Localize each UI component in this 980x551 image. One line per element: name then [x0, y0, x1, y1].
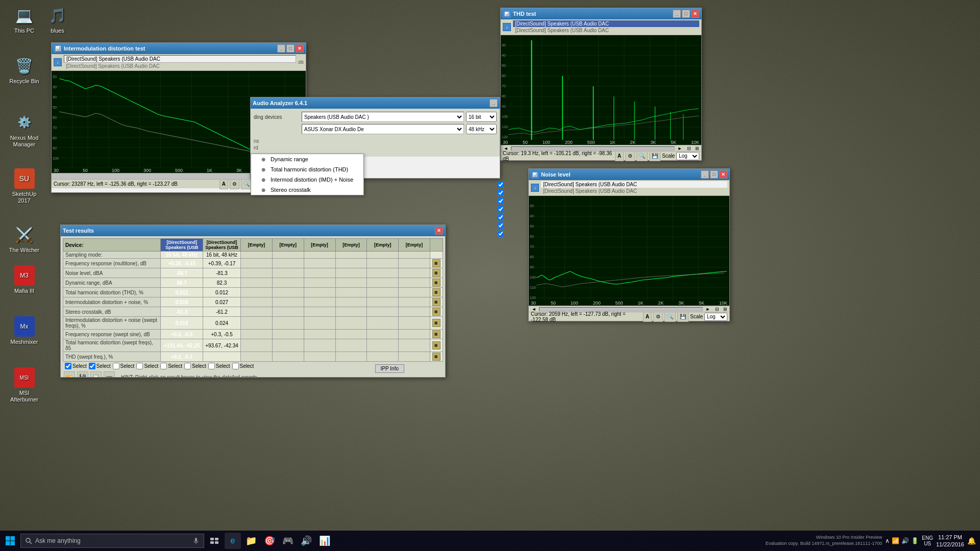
thd-text-btn[interactable]: A	[615, 151, 624, 161]
cb-6[interactable]	[498, 222, 504, 229]
results-save-btn[interactable]: 💾	[77, 371, 88, 377]
intermod-maximize-btn[interactable]: □	[286, 44, 295, 53]
thd-zoom-in[interactable]: ⊞	[693, 146, 701, 151]
select-cb-3[interactable]	[113, 363, 119, 369]
start-button[interactable]	[0, 531, 20, 551]
row-graph-8[interactable]: ▦	[430, 330, 443, 339]
noise-save-btn[interactable]: 💾	[677, 312, 689, 322]
select-cb-1[interactable]	[65, 363, 71, 369]
tray-volume-icon[interactable]: 🔊	[901, 537, 909, 544]
graph-btn-8[interactable]: ▦	[432, 330, 440, 338]
noise-titlebar[interactable]: 📊 Noise level _ □ ✕	[529, 169, 729, 180]
desktop-icon-meshmixer[interactable]: Mx Meshmixer	[5, 316, 43, 345]
graph-btn-3[interactable]: ▦	[432, 279, 440, 287]
cb-1[interactable]	[498, 182, 504, 188]
thd-maximize-btn[interactable]: □	[682, 10, 690, 18]
graph-btn-4[interactable]: ▦	[432, 288, 440, 296]
analyzer-khz-select[interactable]: 48 kHz	[466, 124, 497, 134]
tray-battery-icon[interactable]: 🔋	[911, 537, 919, 544]
select-cb-5[interactable]	[160, 363, 167, 369]
menu-item-crosstalk[interactable]: ⊕ Stereo crosstalk	[251, 185, 363, 195]
row-graph-5[interactable]: ▦	[430, 297, 443, 307]
desktop-icon-this-pc[interactable]: 💻 This PC	[5, 5, 43, 34]
noise-zoom-reset[interactable]: ⊟	[713, 307, 721, 312]
tray-up-arrow-icon[interactable]: ∧	[885, 537, 890, 544]
graph-btn-6[interactable]: ▦	[432, 308, 440, 316]
thd-settings-btn[interactable]: ⚙	[625, 151, 635, 161]
menu-item-imd[interactable]: ⊕ Intermod distortion (IMD) + Noise	[251, 174, 363, 185]
desktop-icon-nexus-mod[interactable]: ⚙️ Nexus Mod Manager	[5, 112, 43, 148]
taskbar-app5-btn[interactable]: 🔊	[298, 533, 314, 549]
intermod-settings-btn[interactable]: ⚙	[230, 179, 239, 189]
test-results-close-btn[interactable]: ✕	[435, 227, 443, 235]
desktop-icon-msi[interactable]: MSI MSI Afterburner	[5, 367, 43, 403]
desktop-icon-witcher[interactable]: ⚔️ The Witcher	[5, 224, 43, 254]
cb-2[interactable]	[498, 190, 504, 196]
select-cb-6[interactable]	[184, 363, 191, 369]
thd-scroll-right[interactable]: ►	[675, 146, 685, 151]
desktop-icon-blues[interactable]: 🎵 blues	[38, 5, 77, 34]
thd-minimize-btn[interactable]: _	[673, 10, 681, 18]
row-graph-6[interactable]: ▦	[430, 307, 443, 317]
thd-scrollbar-track[interactable]	[511, 146, 675, 151]
select-cb-2[interactable]	[89, 363, 95, 369]
search-box[interactable]: Ask me anything	[20, 534, 204, 548]
noise-text-btn[interactable]: A	[643, 312, 652, 322]
thd-search-btn[interactable]: 🔍	[636, 151, 648, 161]
desktop-icon-recycle-bin[interactable]: 🗑️ Recycle Bin	[5, 56, 43, 85]
thd-save-btn[interactable]: 💾	[649, 151, 660, 161]
taskbar-app3-btn[interactable]: 🎯	[261, 533, 278, 549]
analyzer-minimize-btn[interactable]: _	[489, 99, 498, 107]
thd-scale-select[interactable]: Log	[676, 152, 699, 160]
intermod-device1[interactable]: [DirectSound] Speakers (USB Audio DAC	[64, 55, 296, 63]
intermod-minimize-btn[interactable]: _	[277, 44, 285, 53]
noise-device1[interactable]: [DirectSound] Speakers (USB Audio DAC	[541, 181, 727, 188]
noise-settings-btn[interactable]: ⚙	[653, 312, 663, 322]
row-graph-10[interactable]: ▦	[430, 352, 443, 362]
desktop-icon-sketchup[interactable]: SU SketchUp 2017	[5, 168, 43, 204]
results-delete-btn[interactable]: ➖	[104, 371, 115, 377]
intermod-text-btn[interactable]: A	[219, 179, 228, 189]
tray-clock[interactable]: 11:27 PM 11/22/2016	[936, 534, 964, 548]
graph-btn-2[interactable]: ▦	[432, 269, 440, 277]
analyzer-device2-select[interactable]: ASUS Xonar DX Audio De	[302, 124, 464, 134]
noise-scroll-right[interactable]: ►	[703, 307, 713, 312]
cb-7[interactable]	[498, 231, 504, 237]
graph-btn-7[interactable]: ▦	[432, 319, 440, 327]
row-graph-1[interactable]: ▦	[430, 259, 443, 268]
cb-5[interactable]	[498, 214, 504, 220]
thd-zoom-reset[interactable]: ⊟	[685, 146, 693, 151]
intermod-titlebar[interactable]: 📊 Intermodulation distortion test _ □ ✕	[52, 43, 306, 54]
row-graph-2[interactable]: ▦	[430, 268, 443, 278]
taskbar-explorer-btn[interactable]: 📁	[243, 533, 259, 549]
analyzer-titlebar[interactable]: Audio Analyzer 6.4.1 _	[251, 97, 500, 109]
taskbar-app4-btn[interactable]: 🎮	[280, 533, 296, 549]
graph-btn-9[interactable]: ▦	[432, 341, 440, 349]
noise-zoom-in[interactable]: ⊞	[721, 307, 729, 312]
thd-device1[interactable]: [DirectSound] Speakers (USB Audio DAC	[513, 20, 699, 27]
analyzer-bit-select[interactable]: 16 bit	[466, 112, 497, 122]
ipp-info-btn[interactable]: IPP Info	[375, 364, 404, 373]
results-open-btn[interactable]: 📂	[64, 371, 75, 377]
noise-scale-select[interactable]: Log	[704, 313, 727, 321]
select-cb-8[interactable]	[232, 363, 239, 369]
test-results-titlebar[interactable]: Test results ✕	[61, 225, 445, 236]
cb-3[interactable]	[498, 198, 504, 204]
language-selector[interactable]: ENG US	[922, 535, 933, 546]
select-cb-7[interactable]	[208, 363, 215, 369]
noise-scrollbar-track[interactable]	[539, 307, 703, 311]
row-graph-7[interactable]: ▦	[430, 317, 443, 330]
noise-minimize-btn[interactable]: _	[701, 170, 709, 179]
cb-4[interactable]	[498, 206, 504, 212]
graph-btn-1[interactable]: ▦	[432, 259, 440, 267]
action-center-icon[interactable]: 🔔	[967, 537, 976, 545]
graph-btn-10[interactable]: ▦	[432, 353, 440, 361]
noise-maximize-btn[interactable]: □	[710, 170, 718, 179]
menu-item-dynamic-range[interactable]: ⊕ Dynamic range	[251, 154, 363, 164]
taskbar-app6-btn[interactable]: 📊	[316, 533, 333, 549]
graph-btn-5[interactable]: ▦	[432, 298, 440, 306]
noise-close-btn[interactable]: ✕	[719, 170, 727, 179]
results-compare-btn[interactable]: 📋	[90, 371, 102, 377]
row-graph-3[interactable]: ▦	[430, 278, 443, 288]
menu-item-thd[interactable]: ⊕ Total harmonic distortion (THD)	[251, 164, 363, 174]
